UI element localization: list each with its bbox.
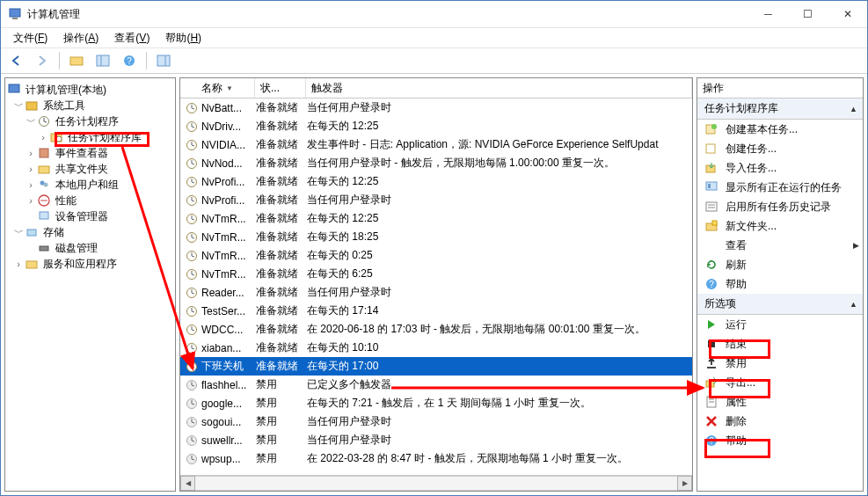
task-row[interactable]: flashhel...禁用已定义多个触发器 [180, 376, 692, 394]
menu-action[interactable]: 操作(A) [58, 30, 104, 47]
col-status[interactable]: 状... [255, 78, 306, 98]
task-row[interactable]: NvTmR...准备就绪在每天的 12:25 [180, 209, 692, 228]
task-row[interactable]: NvBatt...准备就绪当任何用户登录时 [180, 98, 692, 117]
task-row[interactable]: xiaban...准备就绪在每天的 10:10 [180, 339, 692, 357]
tree-devmgr[interactable]: 设备管理器 [5, 208, 175, 224]
menu-view[interactable]: 查看(V) [109, 30, 155, 47]
tree-diskmgmt[interactable]: 磁盘管理 [5, 240, 175, 256]
tree-root[interactable]: 计算机管理(本地) [5, 82, 175, 98]
svg-rect-1 [12, 18, 18, 19]
task-row[interactable]: Reader...准备就绪当任何用户登录时 [180, 283, 692, 302]
svg-rect-92 [706, 202, 717, 211]
task-row[interactable]: TestSer...准备就绪在每天的 17:14 [180, 302, 692, 320]
task-trigger: 在每天的 18:25 [307, 230, 692, 244]
menu-help[interactable]: 帮助(H) [160, 30, 207, 47]
action-new[interactable]: 创建任务... [697, 139, 863, 158]
tree-scheduler-lib[interactable]: ›任务计划程序库 [5, 129, 175, 145]
end-icon [704, 337, 718, 351]
task-name: NvTmR... [201, 231, 256, 244]
nav-tree[interactable]: 计算机管理(本地) ﹀系统工具 ﹀任务计划程序 ›任务计划程序库 ›事件查看器 … [4, 77, 176, 492]
action-show-running[interactable]: 显示所有正在运行的任务 [697, 178, 863, 197]
col-trigger[interactable]: 触发器 [306, 78, 692, 98]
task-row[interactable]: NvDriv...准备就绪在每天的 12:25 [180, 117, 692, 135]
task-row[interactable]: NvProfi...准备就绪在每天的 12:25 [180, 172, 692, 191]
task-row[interactable]: NvProfi...准备就绪当任何用户登录时 [180, 191, 692, 209]
tree-perf[interactable]: ›性能 [5, 193, 175, 208]
action-props[interactable]: 属性 [697, 392, 863, 412]
task-name: google... [201, 398, 256, 410]
delete-icon [704, 414, 718, 428]
task-row[interactable]: 下班关机准备就绪在每天的 17:00 [180, 357, 692, 376]
task-trigger: 当任何用户登录时 [307, 193, 692, 208]
clock-icon [186, 176, 201, 188]
action-folder[interactable]: 新文件夹... [697, 216, 863, 236]
task-row[interactable]: NvTmR...准备就绪在每天的 0:25 [180, 246, 692, 265]
col-name[interactable]: 名称▼ [180, 78, 255, 98]
task-status: 禁用 [256, 414, 307, 429]
nav-fwd-button[interactable] [31, 49, 54, 72]
clock-icon [186, 194, 201, 207]
clock-icon [186, 398, 201, 410]
action-label: 显示所有正在运行的任务 [726, 180, 859, 195]
action-end[interactable]: 结束 [697, 334, 863, 354]
tree-systools[interactable]: ﹀系统工具 [5, 98, 175, 113]
nav-back-button[interactable] [4, 49, 27, 72]
action-help[interactable]: ?帮助 [697, 274, 863, 294]
task-row[interactable]: NvTmR...准备就绪在每天的 18:25 [180, 228, 692, 246]
svg-rect-7 [157, 55, 170, 66]
action-delete[interactable]: 删除 [697, 412, 863, 431]
action-label: 帮助 [726, 277, 859, 292]
task-row[interactable]: suwellr...禁用当任何用户登录时 [180, 431, 692, 449]
toolbar-folder-button[interactable] [65, 49, 88, 72]
actions-group-selected[interactable]: 所选项▲ [697, 294, 863, 315]
action-import[interactable]: 导入任务... [697, 158, 863, 178]
task-row[interactable]: google...禁用在每天的 7:21 - 触发后，在 1 天 期间每隔 1 … [180, 394, 692, 412]
minimize-button[interactable]: ─ [748, 1, 788, 27]
tree-scheduler[interactable]: ﹀任务计划程序 [5, 113, 175, 129]
task-row[interactable]: wpsup...禁用在 2022-03-28 的 8:47 时 - 触发后，无限… [180, 449, 692, 468]
disable-icon [704, 356, 718, 370]
clock-icon [186, 102, 201, 114]
toolbar-panel2-button[interactable] [152, 49, 175, 72]
tree-services[interactable]: ›服务和应用程序 [5, 256, 175, 272]
close-button[interactable]: ✕ [828, 1, 867, 27]
action-label: 导入任务... [726, 161, 859, 176]
scroll-left-button[interactable]: ◀ [180, 476, 195, 491]
menubar: 文件(F) 操作(A) 查看(V) 帮助(H) [1, 28, 867, 48]
tree-users[interactable]: ›本地用户和组 [5, 177, 175, 193]
actions-group-library[interactable]: 任务计划程序库▲ [697, 98, 863, 120]
action-new-basic[interactable]: 创建基本任务... [697, 120, 863, 139]
svg-rect-90 [706, 182, 717, 190]
action-view[interactable]: 查看▶ [697, 236, 863, 255]
scroll-right-button[interactable]: ▶ [677, 476, 692, 491]
svg-rect-25 [26, 261, 37, 268]
action-label: 刷新 [726, 258, 859, 273]
task-row[interactable]: NVIDIA...准备就绪发生事件时 - 日志: Application，源: … [180, 135, 692, 154]
toolbar-help-button[interactable]: ? [118, 49, 141, 72]
tree-storage[interactable]: ﹀存储 [5, 224, 175, 240]
action-enable-history[interactable]: 启用所有任务历史记录 [697, 197, 863, 216]
action-export[interactable]: 导出... [697, 373, 863, 392]
scroll-track[interactable] [195, 476, 677, 491]
task-row[interactable]: NvTmR...准备就绪在每天的 6:25 [180, 265, 692, 283]
task-row[interactable]: NvNod...准备就绪当任何用户登录时 - 触发后，无限期地每隔 1.00:0… [180, 154, 692, 172]
clock-icon [186, 453, 201, 465]
tree-shared[interactable]: ›共享文件夹 [5, 161, 175, 177]
menu-file[interactable]: 文件(F) [8, 30, 53, 47]
task-trigger: 在 2022-03-28 的 8:47 时 - 触发后，无限期地每隔 1 小时 … [307, 451, 692, 466]
action-refresh[interactable]: 刷新 [697, 255, 863, 274]
tree-eventviewer[interactable]: ›事件查看器 [5, 145, 175, 161]
action-run[interactable]: 运行 [697, 315, 863, 334]
task-rows[interactable]: NvBatt...准备就绪当任何用户登录时NvDriv...准备就绪在每天的 1… [180, 98, 692, 475]
action-help[interactable]: ?帮助 [697, 431, 863, 450]
task-status: 禁用 [256, 451, 307, 466]
hscrollbar[interactable]: ◀ ▶ [180, 475, 692, 491]
action-disable[interactable]: 禁用 [697, 354, 863, 373]
new-icon [704, 142, 718, 156]
task-row[interactable]: WDCC...准备就绪在 2020-06-18 的 17:03 时 - 触发后，… [180, 320, 692, 339]
maximize-button[interactable]: ☐ [788, 1, 828, 27]
task-row[interactable]: sogoui...禁用当任何用户登录时 [180, 412, 692, 431]
toolbar-panel-button[interactable] [91, 49, 114, 72]
task-status: 准备就绪 [256, 193, 307, 208]
task-name: NvProfi... [201, 194, 256, 207]
